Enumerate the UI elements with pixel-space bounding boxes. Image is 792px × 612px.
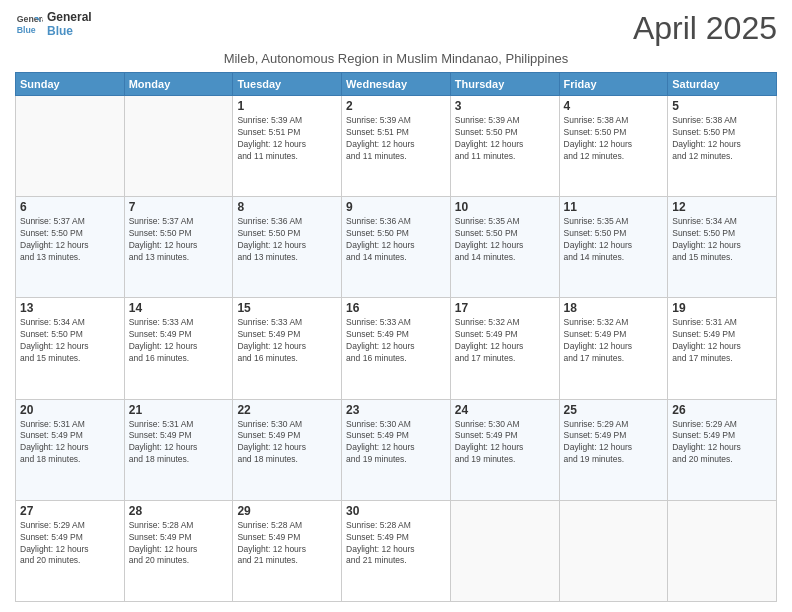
day-number: 14	[129, 301, 229, 315]
day-number: 24	[455, 403, 555, 417]
calendar-cell: 11Sunrise: 5:35 AM Sunset: 5:50 PM Dayli…	[559, 197, 668, 298]
calendar-cell	[124, 96, 233, 197]
day-number: 3	[455, 99, 555, 113]
calendar-week-2: 6Sunrise: 5:37 AM Sunset: 5:50 PM Daylig…	[16, 197, 777, 298]
calendar-cell: 27Sunrise: 5:29 AM Sunset: 5:49 PM Dayli…	[16, 500, 125, 601]
day-info: Sunrise: 5:30 AM Sunset: 5:49 PM Dayligh…	[455, 419, 555, 467]
day-info: Sunrise: 5:28 AM Sunset: 5:49 PM Dayligh…	[129, 520, 229, 568]
day-info: Sunrise: 5:28 AM Sunset: 5:49 PM Dayligh…	[346, 520, 446, 568]
calendar-cell: 9Sunrise: 5:36 AM Sunset: 5:50 PM Daylig…	[342, 197, 451, 298]
calendar-cell	[450, 500, 559, 601]
day-number: 13	[20, 301, 120, 315]
day-info: Sunrise: 5:31 AM Sunset: 5:49 PM Dayligh…	[672, 317, 772, 365]
day-info: Sunrise: 5:37 AM Sunset: 5:50 PM Dayligh…	[129, 216, 229, 264]
calendar-cell: 14Sunrise: 5:33 AM Sunset: 5:49 PM Dayli…	[124, 298, 233, 399]
day-number: 30	[346, 504, 446, 518]
calendar: Sunday Monday Tuesday Wednesday Thursday…	[15, 72, 777, 602]
day-number: 17	[455, 301, 555, 315]
day-number: 5	[672, 99, 772, 113]
day-number: 1	[237, 99, 337, 113]
calendar-cell	[16, 96, 125, 197]
calendar-cell: 8Sunrise: 5:36 AM Sunset: 5:50 PM Daylig…	[233, 197, 342, 298]
day-info: Sunrise: 5:35 AM Sunset: 5:50 PM Dayligh…	[564, 216, 664, 264]
title-section: April 2025	[633, 10, 777, 47]
logo-line2: Blue	[47, 24, 92, 38]
day-number: 15	[237, 301, 337, 315]
day-info: Sunrise: 5:29 AM Sunset: 5:49 PM Dayligh…	[564, 419, 664, 467]
day-info: Sunrise: 5:30 AM Sunset: 5:49 PM Dayligh…	[237, 419, 337, 467]
subtitle: Mileb, Autonomous Region in Muslim Minda…	[15, 51, 777, 66]
day-info: Sunrise: 5:29 AM Sunset: 5:49 PM Dayligh…	[672, 419, 772, 467]
day-number: 25	[564, 403, 664, 417]
day-info: Sunrise: 5:32 AM Sunset: 5:49 PM Dayligh…	[455, 317, 555, 365]
month-title: April 2025	[633, 10, 777, 47]
col-tuesday: Tuesday	[233, 73, 342, 96]
day-number: 21	[129, 403, 229, 417]
calendar-cell	[559, 500, 668, 601]
calendar-header-row: Sunday Monday Tuesday Wednesday Thursday…	[16, 73, 777, 96]
col-friday: Friday	[559, 73, 668, 96]
day-number: 19	[672, 301, 772, 315]
calendar-cell: 21Sunrise: 5:31 AM Sunset: 5:49 PM Dayli…	[124, 399, 233, 500]
header: General Blue General Blue April 2025	[15, 10, 777, 47]
calendar-cell: 30Sunrise: 5:28 AM Sunset: 5:49 PM Dayli…	[342, 500, 451, 601]
calendar-week-5: 27Sunrise: 5:29 AM Sunset: 5:49 PM Dayli…	[16, 500, 777, 601]
calendar-cell: 28Sunrise: 5:28 AM Sunset: 5:49 PM Dayli…	[124, 500, 233, 601]
calendar-cell: 10Sunrise: 5:35 AM Sunset: 5:50 PM Dayli…	[450, 197, 559, 298]
calendar-cell: 24Sunrise: 5:30 AM Sunset: 5:49 PM Dayli…	[450, 399, 559, 500]
day-info: Sunrise: 5:34 AM Sunset: 5:50 PM Dayligh…	[20, 317, 120, 365]
day-info: Sunrise: 5:38 AM Sunset: 5:50 PM Dayligh…	[672, 115, 772, 163]
calendar-cell: 29Sunrise: 5:28 AM Sunset: 5:49 PM Dayli…	[233, 500, 342, 601]
day-number: 29	[237, 504, 337, 518]
day-info: Sunrise: 5:34 AM Sunset: 5:50 PM Dayligh…	[672, 216, 772, 264]
day-info: Sunrise: 5:29 AM Sunset: 5:49 PM Dayligh…	[20, 520, 120, 568]
day-number: 7	[129, 200, 229, 214]
calendar-cell: 4Sunrise: 5:38 AM Sunset: 5:50 PM Daylig…	[559, 96, 668, 197]
col-thursday: Thursday	[450, 73, 559, 96]
day-number: 4	[564, 99, 664, 113]
svg-text:Blue: Blue	[17, 25, 36, 35]
day-number: 12	[672, 200, 772, 214]
day-info: Sunrise: 5:28 AM Sunset: 5:49 PM Dayligh…	[237, 520, 337, 568]
day-info: Sunrise: 5:31 AM Sunset: 5:49 PM Dayligh…	[20, 419, 120, 467]
day-info: Sunrise: 5:30 AM Sunset: 5:49 PM Dayligh…	[346, 419, 446, 467]
calendar-cell: 22Sunrise: 5:30 AM Sunset: 5:49 PM Dayli…	[233, 399, 342, 500]
calendar-week-1: 1Sunrise: 5:39 AM Sunset: 5:51 PM Daylig…	[16, 96, 777, 197]
logo: General Blue General Blue	[15, 10, 92, 38]
day-number: 22	[237, 403, 337, 417]
day-info: Sunrise: 5:39 AM Sunset: 5:50 PM Dayligh…	[455, 115, 555, 163]
calendar-cell: 26Sunrise: 5:29 AM Sunset: 5:49 PM Dayli…	[668, 399, 777, 500]
day-number: 27	[20, 504, 120, 518]
calendar-cell: 13Sunrise: 5:34 AM Sunset: 5:50 PM Dayli…	[16, 298, 125, 399]
day-info: Sunrise: 5:33 AM Sunset: 5:49 PM Dayligh…	[237, 317, 337, 365]
day-info: Sunrise: 5:37 AM Sunset: 5:50 PM Dayligh…	[20, 216, 120, 264]
calendar-week-4: 20Sunrise: 5:31 AM Sunset: 5:49 PM Dayli…	[16, 399, 777, 500]
calendar-cell: 6Sunrise: 5:37 AM Sunset: 5:50 PM Daylig…	[16, 197, 125, 298]
calendar-cell: 17Sunrise: 5:32 AM Sunset: 5:49 PM Dayli…	[450, 298, 559, 399]
calendar-cell: 5Sunrise: 5:38 AM Sunset: 5:50 PM Daylig…	[668, 96, 777, 197]
day-info: Sunrise: 5:35 AM Sunset: 5:50 PM Dayligh…	[455, 216, 555, 264]
calendar-cell: 15Sunrise: 5:33 AM Sunset: 5:49 PM Dayli…	[233, 298, 342, 399]
logo-icon: General Blue	[15, 10, 43, 38]
col-sunday: Sunday	[16, 73, 125, 96]
calendar-cell: 2Sunrise: 5:39 AM Sunset: 5:51 PM Daylig…	[342, 96, 451, 197]
day-number: 9	[346, 200, 446, 214]
calendar-cell: 1Sunrise: 5:39 AM Sunset: 5:51 PM Daylig…	[233, 96, 342, 197]
day-info: Sunrise: 5:38 AM Sunset: 5:50 PM Dayligh…	[564, 115, 664, 163]
calendar-week-3: 13Sunrise: 5:34 AM Sunset: 5:50 PM Dayli…	[16, 298, 777, 399]
calendar-cell	[668, 500, 777, 601]
day-number: 2	[346, 99, 446, 113]
day-number: 18	[564, 301, 664, 315]
day-number: 26	[672, 403, 772, 417]
day-number: 20	[20, 403, 120, 417]
day-number: 10	[455, 200, 555, 214]
col-wednesday: Wednesday	[342, 73, 451, 96]
day-number: 16	[346, 301, 446, 315]
col-monday: Monday	[124, 73, 233, 96]
day-info: Sunrise: 5:33 AM Sunset: 5:49 PM Dayligh…	[129, 317, 229, 365]
day-info: Sunrise: 5:33 AM Sunset: 5:49 PM Dayligh…	[346, 317, 446, 365]
day-info: Sunrise: 5:31 AM Sunset: 5:49 PM Dayligh…	[129, 419, 229, 467]
day-number: 11	[564, 200, 664, 214]
day-info: Sunrise: 5:39 AM Sunset: 5:51 PM Dayligh…	[237, 115, 337, 163]
day-info: Sunrise: 5:32 AM Sunset: 5:49 PM Dayligh…	[564, 317, 664, 365]
